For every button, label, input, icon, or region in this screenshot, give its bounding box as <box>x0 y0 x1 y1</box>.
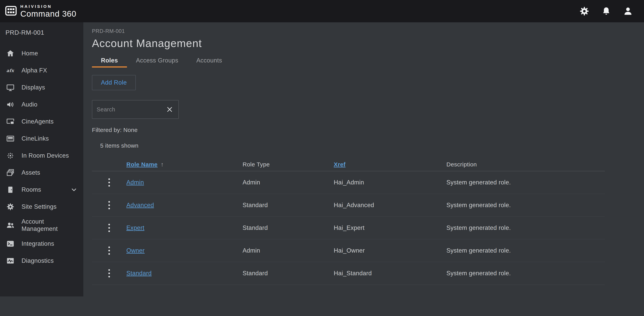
description-cell: System generated role. <box>446 247 605 254</box>
notifications-bell-icon[interactable] <box>601 6 611 16</box>
haivision-brand[interactable]: HAIVISION Command 360 <box>5 4 76 18</box>
brand-haivision: HAIVISION <box>20 4 76 9</box>
home-icon <box>6 49 15 58</box>
role-name-link[interactable]: Owner <box>126 247 144 254</box>
role-name-link[interactable]: Expert <box>126 224 144 231</box>
xref-cell: Hai_Owner <box>334 247 446 254</box>
brand-command360: Command 360 <box>20 10 76 18</box>
sidebar-item-integrations[interactable]: Integrations <box>0 235 83 252</box>
diagnostics-icon <box>6 256 15 265</box>
row-actions-kebab-icon[interactable] <box>106 267 112 280</box>
xref-header[interactable]: Xref <box>334 161 346 168</box>
xref-cell: Hai_Standard <box>334 270 446 277</box>
cineagents-icon <box>6 117 15 126</box>
role-type-header: Role Type <box>242 161 334 168</box>
sidebar-item-displays[interactable]: Displays <box>0 79 83 96</box>
row-actions-kebab-icon[interactable] <box>106 176 112 189</box>
sidebar-item-site-settings[interactable]: Site Settings <box>0 198 83 215</box>
tab-roles[interactable]: Roles <box>92 55 127 68</box>
role-name-link[interactable]: Standard <box>126 270 152 277</box>
sort-ascending-icon: ↑ <box>161 161 164 168</box>
role-type-cell: Admin <box>242 247 334 254</box>
alpha-fx-icon: afx <box>6 66 15 75</box>
user-profile-icon[interactable] <box>623 6 633 16</box>
svg-text:afx: afx <box>6 68 14 73</box>
in-room-devices-icon <box>6 151 15 160</box>
tab-access-groups[interactable]: Access Groups <box>127 55 188 68</box>
table-row: AdminAdminHai_AdminSystem generated role… <box>92 171 605 194</box>
search-input[interactable] <box>97 106 165 113</box>
description-cell: System generated role. <box>446 202 605 209</box>
row-actions-kebab-icon[interactable] <box>106 221 112 234</box>
topbar-actions <box>579 6 633 17</box>
sidebar-site-label: PRD-RM-001 <box>0 27 83 37</box>
xref-cell: Hai_Advanced <box>334 202 446 209</box>
cinelinks-icon <box>6 134 15 143</box>
top-bar: HAIVISION Command 360 <box>0 0 644 22</box>
role-name-header[interactable]: Role Name <box>126 161 158 168</box>
role-name-link[interactable]: Advanced <box>126 202 154 208</box>
table-row: ExpertStandardHai_ExpertSystem generated… <box>92 217 605 239</box>
tab-bar: RolesAccess GroupsAccounts <box>92 55 644 68</box>
settings-gear-icon[interactable] <box>579 6 590 17</box>
add-role-button[interactable]: Add Role <box>92 75 136 90</box>
search-box <box>92 100 179 119</box>
roles-table: Role Name↑ Role Type Xref Description Ad… <box>92 158 605 285</box>
sidebar-item-cineagents[interactable]: CineAgents <box>0 113 83 130</box>
sidebar-item-cinelinks[interactable]: CineLinks <box>0 130 83 147</box>
role-type-cell: Standard <box>242 270 334 277</box>
table-header-row: Role Name↑ Role Type Xref Description <box>92 158 605 171</box>
table-row: AdvancedStandardHai_AdvancedSystem gener… <box>92 194 605 217</box>
description-cell: System generated role. <box>446 270 605 277</box>
haivision-logo-icon <box>5 5 17 17</box>
role-type-cell: Standard <box>242 224 334 231</box>
sidebar: PRD-RM-001 HomeafxAlpha FXDisplaysAudioC… <box>0 22 83 296</box>
xref-cell: Hai_Admin <box>334 179 446 186</box>
page-title: Account Management <box>92 37 644 50</box>
table-row: OwnerAdminHai_OwnerSystem generated role… <box>92 239 605 262</box>
description-cell: System generated role. <box>446 224 605 231</box>
brand-text: HAIVISION Command 360 <box>20 4 76 18</box>
sidebar-item-diagnostics[interactable]: Diagnostics <box>0 252 83 269</box>
row-actions-kebab-icon[interactable] <box>106 244 112 257</box>
sidebar-item-assets[interactable]: Assets <box>0 164 83 181</box>
sidebar-item-home[interactable]: Home <box>0 45 83 62</box>
main-content: PRD-RM-001 Account Management RolesAcces… <box>83 22 644 316</box>
sidebar-item-rooms[interactable]: Rooms <box>0 181 83 198</box>
role-type-cell: Admin <box>242 179 334 186</box>
integrations-icon <box>6 239 15 248</box>
sidebar-item-audio[interactable]: Audio <box>0 96 83 113</box>
table-row: StandardStandardHai_StandardSystem gener… <box>92 262 605 285</box>
site-settings-gear-icon <box>6 202 15 211</box>
items-shown-label: 5 items shown <box>92 142 644 149</box>
rooms-icon <box>6 185 15 194</box>
audio-icon <box>6 100 15 109</box>
filtered-by-label: Filtered by: None <box>92 127 644 133</box>
description-header: Description <box>446 161 605 168</box>
table-body: AdminAdminHai_AdminSystem generated role… <box>92 171 605 285</box>
row-actions-kebab-icon[interactable] <box>106 199 112 212</box>
sidebar-nav: HomeafxAlpha FXDisplaysAudioCineAgentsCi… <box>0 45 83 269</box>
sidebar-item-account-management[interactable]: Account Management <box>0 215 83 235</box>
assets-icon <box>6 168 15 177</box>
chevron-down-icon[interactable] <box>70 186 78 194</box>
account-management-icon <box>6 221 15 229</box>
role-type-cell: Standard <box>242 202 334 209</box>
clear-search-icon[interactable] <box>165 105 174 114</box>
displays-icon <box>6 83 15 92</box>
breadcrumb: PRD-RM-001 <box>92 28 644 34</box>
sidebar-item-in-room-devices[interactable]: In Room Devices <box>0 147 83 164</box>
sidebar-item-alpha-fx[interactable]: afxAlpha FX <box>0 62 83 79</box>
tab-accounts[interactable]: Accounts <box>188 55 231 68</box>
xref-cell: Hai_Expert <box>334 224 446 231</box>
role-name-link[interactable]: Admin <box>126 179 144 186</box>
description-cell: System generated role. <box>446 179 605 186</box>
